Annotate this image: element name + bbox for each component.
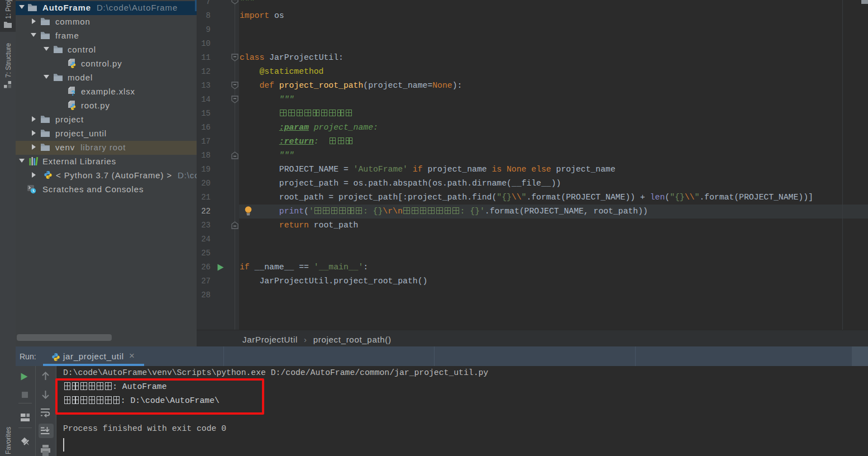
svg-text:?: ? bbox=[71, 89, 75, 97]
